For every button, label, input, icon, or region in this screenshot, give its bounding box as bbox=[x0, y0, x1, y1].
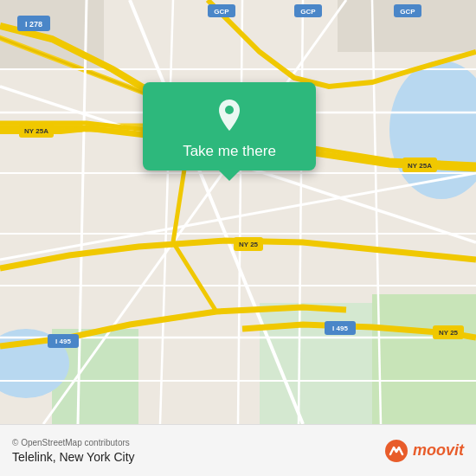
svg-point-51 bbox=[225, 106, 234, 114]
svg-text:GCP: GCP bbox=[214, 8, 229, 16]
copyright-text: © OpenStreetMap contributors bbox=[12, 438, 135, 447]
svg-rect-7 bbox=[372, 294, 476, 424]
svg-text:NY 25A: NY 25A bbox=[24, 127, 48, 135]
moovit-text: moovit bbox=[413, 441, 464, 460]
map-container: I 278 GCP GCP GCP NY 25A NY 25A NY 25 I … bbox=[0, 0, 476, 424]
svg-text:I 495: I 495 bbox=[332, 325, 348, 332]
map-background: I 278 GCP GCP GCP NY 25A NY 25A NY 25 I … bbox=[0, 0, 476, 424]
svg-text:I 278: I 278 bbox=[25, 20, 42, 29]
svg-text:NY 25: NY 25 bbox=[239, 241, 259, 248]
location-pin-icon bbox=[210, 96, 248, 134]
footer-info: © OpenStreetMap contributors Telelink, N… bbox=[12, 438, 135, 464]
svg-text:I 495: I 495 bbox=[55, 338, 71, 345]
take-me-there-popup[interactable]: Take me there bbox=[143, 82, 316, 170]
svg-text:GCP: GCP bbox=[400, 8, 415, 16]
svg-text:NY 25: NY 25 bbox=[439, 329, 459, 337]
location-name: Telelink, New York City bbox=[12, 450, 135, 464]
svg-text:NY 25A: NY 25A bbox=[408, 162, 432, 170]
moovit-logo: moovit bbox=[384, 439, 464, 463]
svg-text:GCP: GCP bbox=[300, 8, 316, 16]
popup-label: Take me there bbox=[183, 143, 276, 160]
footer-bar: © OpenStreetMap contributors Telelink, N… bbox=[0, 424, 476, 476]
moovit-icon bbox=[384, 439, 408, 463]
